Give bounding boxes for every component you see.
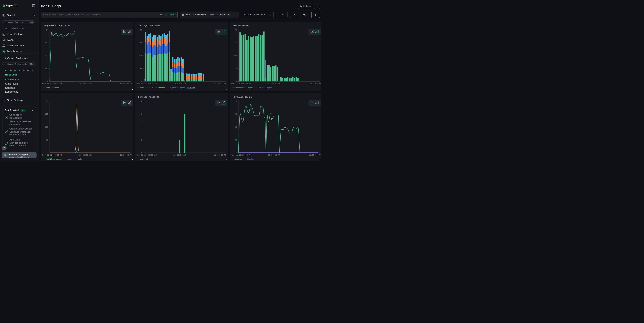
svg-text:kernel: kernel xyxy=(67,158,74,160)
svg-text:90: 90 xyxy=(234,113,237,115)
svg-text:500: 500 xyxy=(45,55,48,57)
svg-text:Blocked: Blocked xyxy=(247,158,254,160)
svg-text:0: 0 xyxy=(141,152,142,154)
svg-text:600: 600 xyxy=(234,29,237,31)
svg-text:sshd: sshd xyxy=(140,87,144,89)
svg-text:4: 4 xyxy=(141,126,142,128)
svg-text:Service restarts: Service restarts xyxy=(138,96,159,98)
svg-text:150: 150 xyxy=(234,68,237,70)
svg-text:sshd: sshd xyxy=(78,158,82,160)
svg-text:450: 450 xyxy=(234,42,237,44)
svg-text:1K: 1K xyxy=(46,29,48,31)
svg-text:11:30:00 PM: 11:30:00 PM xyxy=(214,154,226,156)
svg-text:0: 0 xyxy=(47,81,48,83)
svg-text:8: 8 xyxy=(141,100,142,102)
svg-text:750: 750 xyxy=(45,42,48,44)
svg-text:30: 30 xyxy=(234,139,237,141)
svg-text:11:30:00 PM: 11:30:00 PM xyxy=(120,83,132,85)
svg-text:11:30:00 PM: 11:30:00 PM xyxy=(309,154,321,156)
svg-text:10:30:00 AM: 10:30:00 AM xyxy=(268,154,280,156)
svg-text:Nov 11 12:00:00 AM: Nov 11 12:00:00 AM xyxy=(231,83,251,85)
svg-text:500: 500 xyxy=(139,55,142,57)
svg-text:2: 2 xyxy=(141,139,142,141)
svg-text:Nov 11 12:00:00 AM: Nov 11 12:00:00 AM xyxy=(136,83,156,85)
svg-text:10:30:00 AM: 10:30:00 AM xyxy=(268,83,280,85)
svg-text:SSH activity: SSH activity xyxy=(233,25,248,27)
svg-text:info: info xyxy=(46,87,50,89)
svg-text:Allowed: Allowed xyxy=(234,158,242,160)
svg-text:150: 150 xyxy=(45,113,48,115)
svg-text:6: 6 xyxy=(141,113,142,115)
svg-text:10:30:00 AM: 10:30:00 AM xyxy=(173,83,186,85)
svg-text:300: 300 xyxy=(234,55,237,57)
svg-text:Nov 11 12:00:00 AM: Nov 11 12:00:00 AM xyxy=(42,154,62,156)
svg-text:200: 200 xyxy=(45,100,48,102)
svg-text:0: 0 xyxy=(236,152,237,154)
svg-text:10:30:00 AM: 10:30:00 AM xyxy=(79,83,92,85)
svg-text:+4 more: +4 more xyxy=(187,87,195,89)
svg-text:systemd: systemd xyxy=(140,158,148,160)
svg-text:10:30:00 AM: 10:30:00 AM xyxy=(173,154,186,156)
svg-text:Nov 11 12:00:00 AM: Nov 11 12:00:00 AM xyxy=(136,154,156,156)
svg-text:750: 750 xyxy=(139,42,142,44)
svg-text:Successful Logins: Successful Logins xyxy=(234,87,254,89)
svg-text:Failed Logins: Failed Logins xyxy=(258,87,272,89)
svg-text:Log volume over time: Log volume over time xyxy=(44,25,70,27)
svg-text:1K: 1K xyxy=(140,29,142,31)
svg-text:Firewall blocks: Firewall blocks xyxy=(233,96,252,98)
svg-text:0: 0 xyxy=(141,81,142,83)
svg-text:250: 250 xyxy=(45,68,48,70)
svg-text:10:30:00 AM: 10:30:00 AM xyxy=(79,154,92,156)
svg-text:CRON: CRON xyxy=(149,87,153,89)
svg-text:Nov 11 12:00:00 AM: Nov 11 12:00:00 AM xyxy=(42,83,62,85)
svg-text:50: 50 xyxy=(46,139,48,141)
svg-text:systemd-logind: systemd-logind xyxy=(170,87,185,89)
svg-text:11:30:00 PM: 11:30:00 PM xyxy=(214,83,226,85)
svg-text:11:30:00 PM: 11:30:00 PM xyxy=(120,154,132,156)
svg-text:Top systemd units: Top systemd units xyxy=(138,25,161,27)
svg-text:120: 120 xyxy=(234,100,237,102)
svg-text:60: 60 xyxy=(234,126,237,128)
svg-text:fail2ban-server: fail2ban-server xyxy=(46,158,62,160)
svg-text:11:30:00 PM: 11:30:00 PM xyxy=(309,83,321,85)
svg-text:anacron: anacron xyxy=(158,87,166,89)
svg-text:250: 250 xyxy=(139,68,142,70)
svg-text:0: 0 xyxy=(47,152,48,154)
svg-text:100: 100 xyxy=(45,126,48,128)
svg-text:0: 0 xyxy=(236,81,237,83)
svg-text:Nov 11 12:00:00 AM: Nov 11 12:00:00 AM xyxy=(231,154,251,156)
svg-text:warn: warn xyxy=(54,87,59,89)
